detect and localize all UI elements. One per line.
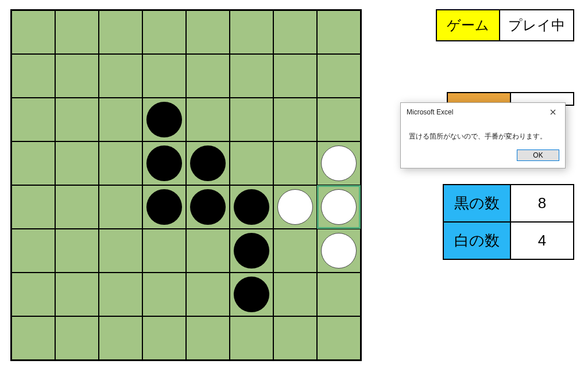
board-cell[interactable] xyxy=(186,273,230,316)
board-cell[interactable] xyxy=(317,316,361,360)
board-cell[interactable] xyxy=(55,185,99,229)
board-cell[interactable] xyxy=(142,10,186,54)
board-cell[interactable] xyxy=(317,98,361,141)
board-cell[interactable] xyxy=(273,316,317,360)
board-cell[interactable] xyxy=(11,229,55,273)
board-cell[interactable] xyxy=(99,273,142,316)
board-cell[interactable] xyxy=(55,10,99,54)
board-cell[interactable] xyxy=(317,10,361,54)
white-disc xyxy=(277,189,313,225)
board-cell[interactable] xyxy=(230,316,273,360)
table-row: 黒の数 8 xyxy=(443,185,574,222)
board-cell[interactable] xyxy=(230,10,273,54)
black-disc xyxy=(146,189,182,225)
board-cell[interactable] xyxy=(273,98,317,141)
board-cell[interactable] xyxy=(317,185,361,229)
othello-board[interactable] xyxy=(10,9,362,361)
white-disc xyxy=(321,145,357,181)
board-cell[interactable] xyxy=(99,98,142,141)
board-cell[interactable] xyxy=(11,316,55,360)
board-cell[interactable] xyxy=(55,273,99,316)
board-cell[interactable] xyxy=(186,141,230,185)
board-cell[interactable] xyxy=(11,98,55,141)
board-cell[interactable] xyxy=(230,98,273,141)
board-cell[interactable] xyxy=(273,229,317,273)
board-cell[interactable] xyxy=(99,229,142,273)
board-cell[interactable] xyxy=(317,141,361,185)
black-disc xyxy=(146,145,182,181)
dialog-buttons: OK xyxy=(401,146,565,168)
board-cell[interactable] xyxy=(230,273,273,316)
white-disc xyxy=(321,189,357,225)
black-disc xyxy=(190,189,226,225)
board-cell[interactable] xyxy=(230,141,273,185)
board-cell[interactable] xyxy=(186,10,230,54)
table-row: ゲーム プレイ中 xyxy=(436,10,574,41)
status-game-state: プレイ中 xyxy=(500,10,574,41)
score-black-count: 8 xyxy=(510,185,574,222)
board-cell[interactable] xyxy=(142,185,186,229)
table-row: 白の数 4 xyxy=(443,222,574,259)
board-cell[interactable] xyxy=(55,141,99,185)
board-cell[interactable] xyxy=(186,185,230,229)
board-cell[interactable] xyxy=(99,54,142,98)
board-cell[interactable] xyxy=(55,54,99,98)
board-cell[interactable] xyxy=(55,229,99,273)
board-cell[interactable] xyxy=(273,185,317,229)
board-cell[interactable] xyxy=(99,10,142,54)
status-game-label: ゲーム xyxy=(436,10,500,41)
board-cell[interactable] xyxy=(186,98,230,141)
board-cell[interactable] xyxy=(230,185,273,229)
board-cell[interactable] xyxy=(273,10,317,54)
ok-button[interactable]: OK xyxy=(517,150,559,161)
board-cell[interactable] xyxy=(273,54,317,98)
black-disc xyxy=(146,102,182,137)
board-cell[interactable] xyxy=(273,273,317,316)
board-cell[interactable] xyxy=(99,185,142,229)
score-white-count: 4 xyxy=(510,222,574,259)
board-cell[interactable] xyxy=(55,98,99,141)
board-cell[interactable] xyxy=(186,54,230,98)
board-cell[interactable] xyxy=(142,229,186,273)
board-cell[interactable] xyxy=(11,141,55,185)
board-cell[interactable] xyxy=(11,273,55,316)
white-disc xyxy=(321,233,357,269)
message-dialog[interactable]: Microsoft Excel 置ける箇所がないので、手番が変わります。 OK xyxy=(400,102,566,168)
black-disc xyxy=(190,145,226,181)
board-cell[interactable] xyxy=(317,273,361,316)
board-cell[interactable] xyxy=(11,185,55,229)
board-cell[interactable] xyxy=(11,54,55,98)
black-disc xyxy=(234,233,269,269)
dialog-message: 置ける箇所がないので、手番が変わります。 xyxy=(401,121,565,146)
score-black-label: 黒の数 xyxy=(443,185,510,222)
board-cell[interactable] xyxy=(230,229,273,273)
dialog-titlebar[interactable]: Microsoft Excel xyxy=(401,103,565,121)
board-cell[interactable] xyxy=(186,316,230,360)
board-cell[interactable] xyxy=(11,10,55,54)
status-table: ゲーム プレイ中 xyxy=(436,9,574,41)
black-disc xyxy=(234,277,269,312)
close-icon[interactable] xyxy=(546,106,560,118)
board-cell[interactable] xyxy=(273,141,317,185)
board-cell[interactable] xyxy=(142,54,186,98)
score-table: 黒の数 8 白の数 4 xyxy=(443,184,574,260)
board-cell[interactable] xyxy=(186,229,230,273)
board-cell[interactable] xyxy=(142,273,186,316)
board-cell[interactable] xyxy=(317,54,361,98)
board-cell[interactable] xyxy=(55,316,99,360)
black-disc xyxy=(234,189,269,225)
board-cell[interactable] xyxy=(99,316,142,360)
score-white-label: 白の数 xyxy=(443,222,510,259)
board-cell[interactable] xyxy=(317,229,361,273)
board-cell[interactable] xyxy=(142,98,186,141)
board-cell[interactable] xyxy=(230,54,273,98)
board-cell[interactable] xyxy=(142,141,186,185)
dialog-title: Microsoft Excel xyxy=(407,108,453,116)
board-cell[interactable] xyxy=(142,316,186,360)
board-cell[interactable] xyxy=(99,141,142,185)
